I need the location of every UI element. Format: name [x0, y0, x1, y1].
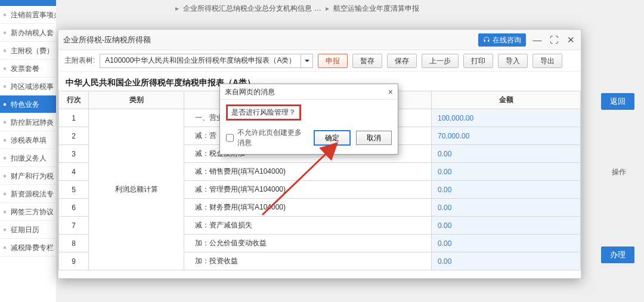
maximize-icon[interactable]: ⛶ — [549, 35, 559, 45]
sidebar-item-0[interactable]: 注销前置事项办理套餐 — [0, 6, 56, 24]
modal-title: 企业所得税-应纳税所得额 — [63, 35, 151, 45]
modal-toolbar: 主附表树: A100000中华人民共和国企业所得税年度纳税申报表（A类） 申报 … — [58, 50, 581, 72]
back-button[interactable]: 返回 — [601, 93, 634, 110]
sidebar-item-4[interactable]: 跨区域涉税事 — [0, 78, 56, 95]
save-button[interactable]: 保存 — [387, 54, 417, 68]
stash-button[interactable]: 暂存 — [352, 54, 382, 68]
sidebar-item-2[interactable]: 主附税（费） — [0, 42, 56, 60]
tree-label: 主附表树: — [64, 56, 95, 66]
handle-button[interactable]: 办理 — [601, 246, 634, 263]
amount-cell[interactable]: 0.00 — [432, 199, 581, 217]
sidebar-item-12[interactable]: 征期日历 — [0, 221, 56, 239]
sidebar-item-7[interactable]: 涉税表单填 — [0, 131, 56, 149]
suppress-checkbox-input[interactable] — [226, 134, 234, 142]
amount-cell[interactable]: 0.00 — [432, 252, 581, 270]
amount-cell[interactable]: 70,000.00 — [432, 127, 581, 145]
online-chat-button[interactable]: 在线咨询 — [478, 33, 526, 47]
breadcrumb-b[interactable]: 航空运输企业年度清算申报 — [333, 4, 419, 13]
amount-cell[interactable]: 0.00 — [432, 181, 581, 199]
amount-cell[interactable]: 0.00 — [432, 145, 581, 163]
tree-select[interactable]: A100000中华人民共和国企业所得税年度纳税申报表（A类） — [100, 54, 313, 68]
amount-cell[interactable]: 0.00 — [432, 235, 581, 252]
col-header-row: 行次 — [59, 91, 89, 109]
sidebar-item-9[interactable]: 财产和行为税 — [0, 167, 56, 185]
sidebar: 注销前置事项办理套餐 新办纳税人套 主附税（费） 发票套餐 跨区域涉税事 特色业… — [0, 0, 56, 302]
apply-button[interactable]: 申报 — [318, 54, 348, 68]
headset-icon — [483, 36, 490, 44]
col-header-category: 类别 — [89, 91, 184, 109]
sidebar-item-5[interactable]: 特色业务 — [0, 95, 56, 113]
chevron-down-icon — [301, 54, 312, 67]
amount-cell[interactable]: 100,000.00 — [432, 109, 581, 127]
action-header: 操作 — [601, 167, 637, 177]
export-button[interactable]: 导出 — [532, 54, 562, 68]
right-actions: 返回 操作 办理 — [601, 93, 637, 263]
breadcrumb-a[interactable]: 企业所得税汇总纳税企业总分支机构信息 … — [183, 4, 321, 13]
sidebar-item-11[interactable]: 网签三方协议 — [0, 203, 56, 221]
cancel-button[interactable]: 取消 — [356, 131, 392, 145]
amount-cell[interactable]: 0.00 — [432, 217, 581, 235]
close-icon[interactable]: × — [388, 84, 393, 99]
col-header-amount: 金额 — [432, 91, 581, 109]
confirm-dialog-message: 是否进行风险管理？ — [226, 104, 301, 121]
modal-titlebar: 企业所得税-应纳税所得额 在线咨询 — ⛶ ✕ — [58, 30, 581, 50]
sidebar-item-6[interactable]: 防控新冠肺炎 — [0, 113, 56, 131]
confirm-dialog: 来自网页的消息 × 是否进行风险管理？ 不允许此页创建更多消息 确定 取消 — [219, 84, 398, 155]
app-root: 注销前置事项办理套餐 新办纳税人套 主附税（费） 发票套餐 跨区域涉税事 特色业… — [0, 0, 644, 302]
suppress-checkbox[interactable]: 不允许此页创建更多消息 — [226, 128, 308, 148]
sidebar-item-3[interactable]: 发票套餐 — [0, 60, 56, 78]
chevron-right-icon: ▸ — [326, 4, 329, 13]
sidebar-item-10[interactable]: 新资源税法专 — [0, 185, 56, 203]
prev-step-button[interactable]: 上一步 — [422, 54, 459, 68]
minimize-icon[interactable]: — — [532, 35, 543, 45]
chevron-right-icon: ▸ — [175, 4, 179, 13]
import-button[interactable]: 导入 — [498, 54, 528, 68]
tree-select-value: A100000中华人民共和国企业所得税年度纳税申报表（A类） — [100, 56, 301, 66]
sidebar-item-8[interactable]: 扣缴义务人 — [0, 149, 56, 167]
ok-button[interactable]: 确定 — [314, 131, 350, 145]
category-cell: 利润总额计算 — [89, 109, 184, 270]
online-chat-label: 在线咨询 — [493, 33, 521, 47]
confirm-dialog-title: 来自网页的消息 × — [220, 84, 398, 100]
print-button[interactable]: 打印 — [463, 54, 493, 68]
sidebar-header-strip — [0, 0, 56, 6]
sidebar-item-13[interactable]: 减税降费专栏 — [0, 239, 56, 257]
amount-cell[interactable]: 0.00 — [432, 163, 581, 181]
close-icon[interactable]: ✕ — [565, 35, 576, 45]
sidebar-item-1[interactable]: 新办纳税人套 — [0, 24, 56, 42]
breadcrumb: ▸ 企业所得税汇总纳税企业总分支机构信息 … ▸ 航空运输企业年度清算申报 — [167, 0, 644, 14]
